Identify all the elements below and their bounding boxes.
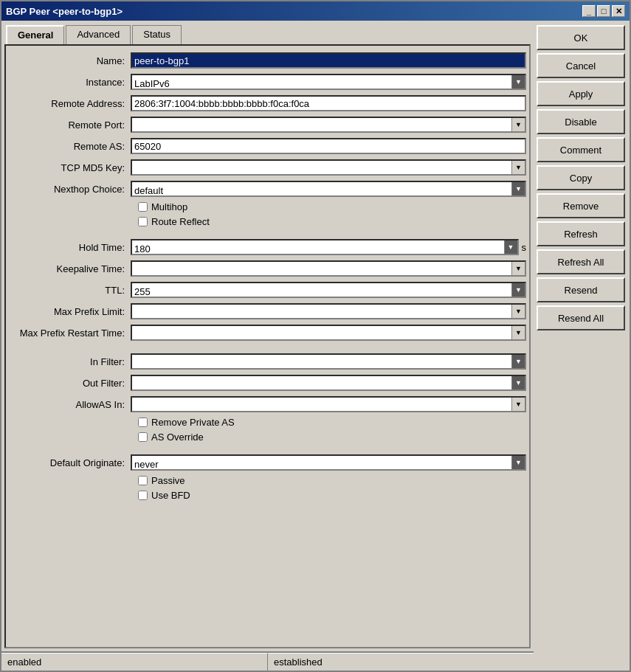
remote-as-input[interactable] bbox=[131, 138, 526, 154]
instance-dropdown-btn[interactable]: ▼ bbox=[511, 75, 525, 89]
status-right: established bbox=[268, 653, 534, 671]
out-filter-dropdown[interactable]: ▼ bbox=[131, 375, 526, 391]
multihop-label: Multihop bbox=[151, 201, 187, 212]
max-prefix-restart-dropdown-btn[interactable]: ▼ bbox=[511, 326, 525, 339]
title-bar-buttons: _ □ ✕ bbox=[582, 5, 625, 17]
refresh-all-button[interactable]: Refresh All bbox=[537, 249, 625, 274]
resend-all-button[interactable]: Resend All bbox=[537, 305, 625, 330]
resend-button[interactable]: Resend bbox=[537, 277, 625, 302]
max-prefix-restart-wrap: ▼ bbox=[131, 325, 526, 341]
name-row: Name: bbox=[9, 52, 526, 69]
as-override-checkbox[interactable] bbox=[138, 432, 148, 442]
tcp-md5-dropdown-btn[interactable]: ▼ bbox=[511, 161, 525, 174]
default-originate-dropdown[interactable]: ▼ bbox=[131, 454, 526, 471]
out-filter-label: Out Filter: bbox=[9, 378, 131, 389]
route-reflect-label: Route Reflect bbox=[151, 216, 210, 227]
status-left: enabled bbox=[1, 653, 268, 671]
max-prefix-restart-row: Max Prefix Restart Time: ▼ bbox=[9, 324, 526, 342]
max-prefix-restart-input[interactable] bbox=[132, 326, 511, 342]
remote-as-wrap bbox=[131, 138, 526, 154]
maximize-button[interactable]: □ bbox=[597, 5, 610, 17]
hold-time-wrap: ▼ s bbox=[131, 239, 526, 255]
tcp-md5-label: TCP MD5 Key: bbox=[9, 162, 131, 173]
multihop-checkbox[interactable] bbox=[138, 202, 148, 212]
max-prefix-limit-input[interactable] bbox=[132, 305, 511, 321]
name-input-wrap bbox=[131, 52, 526, 69]
tcp-md5-row: TCP MD5 Key: ▼ bbox=[9, 159, 526, 176]
remote-port-wrap: ▼ bbox=[131, 117, 526, 133]
allowas-in-row: AllowAS In: ▼ bbox=[9, 395, 526, 413]
multihop-row: Multihop bbox=[138, 201, 526, 212]
remote-as-label: Remote AS: bbox=[9, 141, 131, 152]
ok-button[interactable]: OK bbox=[537, 25, 625, 50]
ttl-wrap: ▼ bbox=[131, 282, 526, 298]
route-reflect-checkbox[interactable] bbox=[138, 217, 148, 226]
keepalive-time-row: Keepalive Time: ▼ bbox=[9, 260, 526, 277]
instance-label: Instance: bbox=[9, 77, 131, 88]
refresh-button[interactable]: Refresh bbox=[537, 221, 625, 246]
remove-private-as-checkbox[interactable] bbox=[138, 418, 148, 427]
apply-button[interactable]: Apply bbox=[537, 81, 625, 106]
max-prefix-limit-dropdown[interactable]: ▼ bbox=[131, 303, 526, 319]
remote-address-input[interactable] bbox=[131, 95, 526, 111]
default-originate-input[interactable] bbox=[132, 456, 511, 472]
close-button[interactable]: ✕ bbox=[612, 5, 625, 17]
max-prefix-limit-wrap: ▼ bbox=[131, 303, 526, 319]
tab-status[interactable]: Status bbox=[132, 25, 182, 44]
remote-port-input[interactable] bbox=[132, 118, 511, 134]
in-filter-label: In Filter: bbox=[9, 356, 131, 367]
cancel-button[interactable]: Cancel bbox=[537, 53, 625, 78]
in-filter-input[interactable] bbox=[132, 355, 511, 371]
remote-address-label: Remote Address: bbox=[9, 98, 131, 109]
hold-time-dropdown[interactable]: ▼ bbox=[131, 239, 519, 255]
max-prefix-restart-dropdown[interactable]: ▼ bbox=[131, 325, 526, 341]
nexthop-choice-dropdown[interactable]: ▼ bbox=[131, 181, 526, 197]
remote-port-dropdown-btn[interactable]: ▼ bbox=[511, 118, 525, 131]
nexthop-choice-label: Nexthop Choice: bbox=[9, 184, 131, 195]
in-filter-dropdown-btn[interactable]: ▼ bbox=[511, 355, 525, 368]
ttl-dropdown-btn[interactable]: ▼ bbox=[511, 283, 525, 297]
max-prefix-limit-dropdown-btn[interactable]: ▼ bbox=[511, 305, 525, 318]
max-prefix-restart-label: Max Prefix Restart Time: bbox=[9, 328, 131, 339]
tab-advanced[interactable]: Advanced bbox=[66, 25, 131, 44]
nexthop-choice-input[interactable] bbox=[132, 182, 511, 198]
hold-time-dropdown-btn[interactable]: ▼ bbox=[504, 240, 517, 254]
use-bfd-checkbox[interactable] bbox=[138, 491, 148, 500]
tcp-md5-input[interactable] bbox=[132, 161, 511, 177]
remote-port-dropdown[interactable]: ▼ bbox=[131, 117, 526, 133]
hold-time-input[interactable] bbox=[132, 240, 504, 257]
remote-port-row: Remote Port: ▼ bbox=[9, 116, 526, 134]
in-filter-row: In Filter: ▼ bbox=[9, 353, 526, 370]
ttl-label: TTL: bbox=[9, 285, 131, 296]
copy-button[interactable]: Copy bbox=[537, 165, 625, 190]
ttl-input[interactable] bbox=[132, 283, 511, 299]
instance-dropdown[interactable]: ▼ bbox=[131, 74, 526, 90]
allowas-in-dropdown-btn[interactable]: ▼ bbox=[511, 398, 525, 411]
disable-button[interactable]: Disable bbox=[537, 109, 625, 134]
tab-general[interactable]: General bbox=[6, 25, 64, 44]
in-filter-dropdown[interactable]: ▼ bbox=[131, 353, 526, 370]
spacer-2 bbox=[9, 345, 526, 353]
keepalive-time-input[interactable] bbox=[132, 262, 511, 278]
keepalive-time-label: Keepalive Time: bbox=[9, 263, 131, 274]
instance-input[interactable] bbox=[132, 75, 511, 91]
out-filter-dropdown-btn[interactable]: ▼ bbox=[511, 376, 525, 389]
ttl-dropdown[interactable]: ▼ bbox=[131, 282, 526, 298]
tab-bar: General Advanced Status bbox=[1, 21, 534, 44]
default-originate-label: Default Originate: bbox=[9, 457, 131, 468]
comment-button[interactable]: Comment bbox=[537, 137, 625, 162]
keepalive-time-dropdown-btn[interactable]: ▼ bbox=[511, 262, 525, 275]
passive-checkbox[interactable] bbox=[138, 476, 148, 485]
tcp-md5-wrap: ▼ bbox=[131, 159, 526, 176]
name-input[interactable] bbox=[131, 52, 526, 69]
allowas-in-dropdown[interactable]: ▼ bbox=[131, 396, 526, 412]
minimize-button[interactable]: _ bbox=[582, 5, 596, 17]
out-filter-input[interactable] bbox=[132, 376, 511, 392]
keepalive-time-dropdown[interactable]: ▼ bbox=[131, 260, 526, 277]
ttl-row: TTL: ▼ bbox=[9, 281, 526, 299]
allowas-in-input[interactable] bbox=[132, 398, 511, 414]
nexthop-choice-dropdown-btn[interactable]: ▼ bbox=[511, 182, 525, 195]
tcp-md5-dropdown[interactable]: ▼ bbox=[131, 159, 526, 176]
remove-button[interactable]: Remove bbox=[537, 193, 625, 218]
default-originate-dropdown-btn[interactable]: ▼ bbox=[511, 456, 525, 469]
